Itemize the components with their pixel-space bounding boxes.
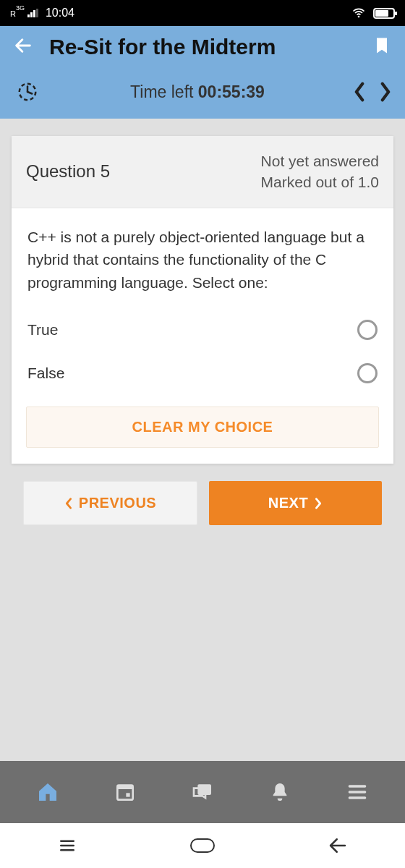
option-false[interactable]: False [27,352,378,395]
clear-choice-button[interactable]: CLEAR MY CHOICE [26,407,379,448]
option-label: True [27,321,58,339]
svg-rect-4 [126,793,129,796]
question-card: Question 5 Not yet answered Marked out o… [12,136,393,464]
timer-label: Time left 00:55:39 [42,82,353,102]
option-label: False [27,365,64,382]
question-next-button[interactable] [379,82,392,102]
timer-icon [13,81,42,103]
os-recent-button[interactable] [54,832,81,859]
tab-messages[interactable] [188,778,217,807]
os-home-button[interactable] [189,832,216,859]
os-status-bar: R3G 10:04 [0,0,405,26]
question-number: Question 5 [26,161,110,182]
os-nav-bar [0,823,405,868]
option-true[interactable]: True [27,308,378,352]
tab-menu[interactable] [343,778,372,807]
svg-rect-3 [117,786,132,789]
page-title: Re-Sit for the Midterm [39,35,372,59]
content-area: Question 5 Not yet answered Marked out o… [0,119,405,761]
back-button[interactable] [13,35,39,59]
question-status: Not yet answered Marked out of 1.0 [261,150,379,193]
clock: 10:04 [46,7,74,20]
radio-icon [357,363,378,383]
next-button[interactable]: NEXT [209,481,382,525]
svg-point-0 [358,16,360,18]
question-prev-button[interactable] [353,82,366,102]
app-tab-bar [0,761,405,823]
tab-notifications[interactable] [265,778,294,807]
battery-icon [373,8,395,19]
signal-icon [27,9,38,17]
bookmark-button[interactable] [372,35,392,59]
network-label: R3G [10,8,25,18]
tab-calendar[interactable] [111,778,140,807]
os-back-button[interactable] [324,832,351,859]
tab-home[interactable] [33,778,62,807]
question-text: C++ is not a purely object-oriented lang… [12,208,393,300]
app-header: Re-Sit for the Midterm Time left 00:55:3… [0,26,405,119]
previous-button[interactable]: PREVIOUS [23,481,197,525]
radio-icon [357,320,378,340]
wifi-icon [351,6,366,20]
